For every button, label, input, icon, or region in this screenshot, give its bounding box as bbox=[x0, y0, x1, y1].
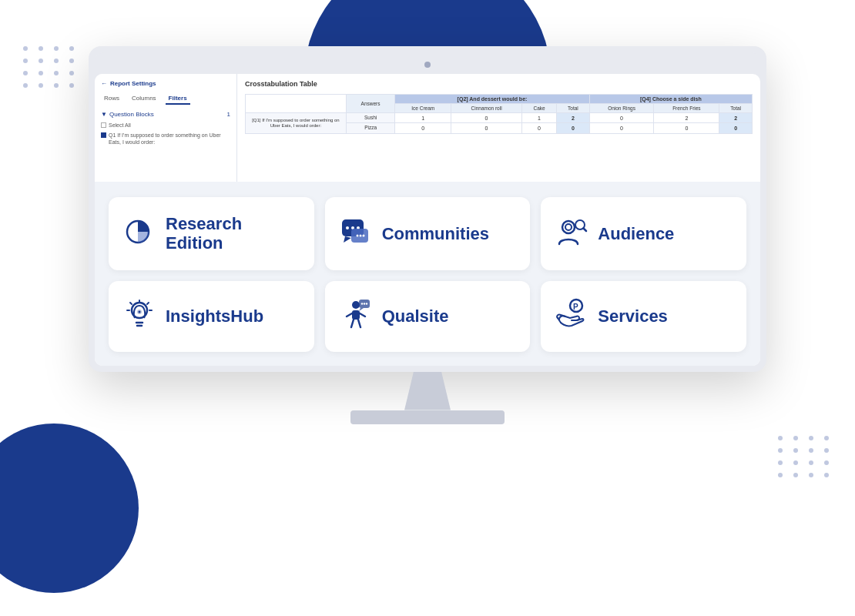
svg-point-17 bbox=[139, 310, 141, 313]
pizza-v1: 0 bbox=[395, 123, 451, 133]
person-search-icon bbox=[555, 215, 588, 252]
svg-point-9 bbox=[562, 221, 575, 233]
sushi-total2: 2 bbox=[719, 113, 753, 123]
product-card-communities[interactable]: Communities bbox=[325, 197, 531, 270]
svg-point-2 bbox=[346, 226, 349, 229]
group2-header: [Q4] Choose a side dish bbox=[589, 95, 752, 104]
pizza-v4: 0 bbox=[589, 123, 654, 133]
pizza-v2: 0 bbox=[451, 123, 522, 133]
sidebar-tabs: Rows Columns Filters bbox=[101, 93, 230, 105]
svg-line-25 bbox=[351, 320, 354, 327]
app-ui: ← Report Settings Rows Columns Filters ▼… bbox=[95, 74, 760, 182]
dot-grid-bottom-right bbox=[778, 436, 832, 477]
sushi-v2: 0 bbox=[451, 113, 522, 123]
research-edition-label: Research Edition bbox=[166, 214, 242, 253]
cards-section: Research Edition bbox=[95, 182, 760, 366]
sushi-label: Sushi bbox=[346, 113, 394, 123]
insightshub-label: InsightsHub bbox=[166, 306, 263, 326]
sidebar-header: ← Report Settings bbox=[101, 80, 230, 87]
pizza-v5: 0 bbox=[654, 123, 719, 133]
svg-point-31 bbox=[363, 303, 364, 304]
tab-filters[interactable]: Filters bbox=[166, 93, 190, 105]
pizza-total2: 0 bbox=[719, 123, 753, 133]
table-row: [Q1] If I'm supposed to order something … bbox=[246, 113, 753, 123]
checkbox-q1[interactable]: Q1 If I'm supposed to order something on… bbox=[101, 132, 230, 146]
sushi-v5: 2 bbox=[654, 113, 719, 123]
pie-chart-icon bbox=[122, 215, 156, 252]
crosstab-title: Crosstabulation Table bbox=[245, 80, 753, 88]
product-card-research-edition[interactable]: Research Edition bbox=[109, 197, 314, 270]
sushi-v1: 1 bbox=[395, 113, 451, 123]
sub-h-cinnamon: Cinnamon roll bbox=[451, 104, 522, 113]
audience-label: Audience bbox=[598, 224, 674, 243]
qualsite-label: Qualsite bbox=[382, 306, 449, 326]
product-card-audience[interactable]: Audience bbox=[541, 197, 746, 270]
lightbulb-icon bbox=[122, 298, 156, 335]
monitor-inner: ← Report Settings Rows Columns Filters ▼… bbox=[95, 74, 760, 366]
sub-h-cake: Cake bbox=[521, 104, 556, 113]
sushi-v3: 1 bbox=[521, 113, 556, 123]
monitor: ← Report Settings Rows Columns Filters ▼… bbox=[89, 46, 766, 424]
monitor-stand-base bbox=[350, 410, 505, 424]
pizza-total1: 0 bbox=[557, 123, 590, 133]
sub-h-ice-cream: Ice Cream bbox=[395, 104, 451, 113]
product-cards-grid: Research Edition bbox=[109, 197, 746, 352]
sub-h-onion: Onion Rings bbox=[589, 104, 654, 113]
product-card-insightshub[interactable]: InsightsHub bbox=[109, 281, 314, 352]
svg-point-6 bbox=[356, 235, 358, 237]
app-sidebar: ← Report Settings Rows Columns Filters ▼… bbox=[95, 74, 237, 182]
svg-line-26 bbox=[358, 320, 360, 327]
product-card-services[interactable]: P Services bbox=[541, 281, 746, 352]
crosstab-table: Answers [Q2] And dessert would be: [Q4] … bbox=[245, 94, 753, 134]
sushi-total1: 2 bbox=[557, 113, 590, 123]
checkbox-box-1 bbox=[101, 122, 106, 128]
tab-rows[interactable]: Rows bbox=[101, 93, 122, 105]
person-chat-icon bbox=[339, 298, 373, 335]
monitor-stand-neck bbox=[404, 372, 451, 410]
group1-header: [Q2] And dessert would be: bbox=[395, 95, 589, 104]
monitor-screen: ← Report Settings Rows Columns Filters ▼… bbox=[89, 46, 766, 372]
svg-line-12 bbox=[584, 229, 587, 232]
svg-line-19 bbox=[130, 303, 132, 304]
svg-point-30 bbox=[360, 303, 362, 304]
svg-point-8 bbox=[362, 235, 364, 237]
communities-label: Communities bbox=[382, 224, 489, 243]
dot-grid-top-left bbox=[23, 46, 77, 88]
svg-line-27 bbox=[347, 313, 352, 316]
monitor-camera-bar bbox=[95, 52, 760, 74]
svg-point-32 bbox=[365, 303, 367, 304]
product-card-qualsite[interactable]: Qualsite bbox=[325, 281, 531, 352]
back-arrow-icon: ← bbox=[101, 80, 107, 87]
services-label: Services bbox=[598, 306, 668, 326]
svg-text:P: P bbox=[573, 303, 578, 311]
svg-point-10 bbox=[565, 224, 572, 230]
q1-label: [Q1] If I'm supposed to order something … bbox=[246, 113, 347, 134]
svg-point-7 bbox=[359, 235, 361, 237]
pizza-label: Pizza bbox=[346, 123, 394, 133]
checkbox-select-all[interactable]: Select All bbox=[101, 122, 230, 129]
sushi-v4: 0 bbox=[589, 113, 654, 123]
sub-h-fries: French Fries bbox=[654, 104, 719, 113]
pizza-v3: 0 bbox=[521, 123, 556, 133]
sub-h-total2: Total bbox=[719, 104, 753, 113]
sub-h-total1: Total bbox=[557, 104, 590, 113]
checkbox-box-2 bbox=[101, 132, 106, 138]
section-expand-icon: ▼ bbox=[101, 111, 107, 118]
hand-coin-icon: P bbox=[555, 298, 588, 335]
svg-rect-24 bbox=[352, 310, 360, 320]
svg-line-20 bbox=[147, 303, 149, 304]
camera-dot bbox=[424, 62, 431, 68]
svg-line-28 bbox=[360, 313, 365, 316]
tab-columns[interactable]: Columns bbox=[129, 93, 159, 105]
app-content: Crosstabulation Table Answers [Q2] And d… bbox=[237, 74, 760, 182]
chat-bubble-icon bbox=[339, 215, 373, 252]
sidebar-section-header: ▼ Question Blocks 1 bbox=[101, 111, 230, 118]
bg-circle-bottom-left bbox=[0, 424, 139, 593]
answers-header: Answers bbox=[346, 95, 394, 113]
svg-point-23 bbox=[352, 301, 360, 309]
